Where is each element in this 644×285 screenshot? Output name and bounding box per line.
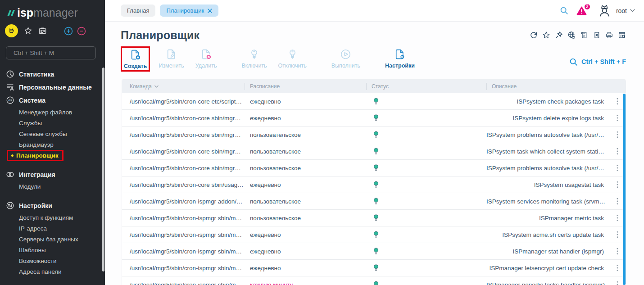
row-menu-icon[interactable]: [617, 115, 618, 122]
ispmanager-logo[interactable]: ispmanager: [6, 6, 78, 19]
sort-chevron-icon: [154, 85, 159, 88]
row-menu-icon[interactable]: [617, 231, 618, 238]
quick-action-icon[interactable]: [567, 31, 576, 39]
table-row[interactable]: /usr/local/mgr5/sbin/cron-core sbin/mgr……: [122, 160, 626, 176]
user-avatar-icon[interactable]: [598, 4, 612, 17]
sidebar-item[interactable]: Персональные данные: [0, 81, 105, 94]
table-row[interactable]: /usr/local/mgr5/sbin/cron-ispmgr sbin/m……: [122, 210, 626, 226]
cell-description: ISPmanager metric task: [486, 215, 626, 222]
table-row[interactable]: /usr/local/mgr5/sbin/cron-ispmgr addon/……: [122, 193, 626, 210]
table-row[interactable]: /usr/local/mgr5/sbin/cron-core sbin/mgr……: [122, 143, 626, 160]
sidebar-item[interactable]: Адреса панели: [0, 266, 105, 277]
column-header-status[interactable]: Статус: [366, 80, 486, 93]
table-row[interactable]: /usr/local/mgr5/sbin/cron-core sbin/mgr……: [122, 127, 626, 143]
cell-description: ISPsystem check packages task: [486, 98, 626, 105]
idcard-icon[interactable]: [38, 27, 47, 35]
sidebar-item[interactable]: Менеджер файлов: [0, 107, 105, 118]
quick-action-icon[interactable]: [555, 31, 563, 39]
sidebar-item[interactable]: Службы: [0, 118, 105, 128]
remove-circle-icon[interactable]: [77, 27, 86, 36]
row-menu-icon[interactable]: [617, 281, 618, 285]
toolbar-button[interactable]: Отключить: [276, 46, 309, 71]
search-icon[interactable]: [560, 6, 568, 15]
row-menu-icon[interactable]: [617, 148, 618, 155]
column-header-schedule[interactable]: Расписание: [245, 80, 366, 93]
table-row[interactable]: /usr/local/mgr5/sbin/cron-core sbin/usag…: [122, 176, 626, 193]
table-row[interactable]: /usr/local/mgr5/sbin/cron-ispmgr sbin/m……: [122, 260, 626, 276]
sidebar-item[interactable]: Планировщик: [0, 150, 105, 161]
favorites-star-icon[interactable]: [24, 27, 32, 35]
sidebar-item[interactable]: Настройки: [0, 199, 105, 212]
table-row[interactable]: /usr/local/mgr5/sbin/cron-ispmgr sbin/m……: [122, 276, 626, 285]
cell-description: ISPmanager periodic tasks handler (ispmg…: [486, 281, 626, 285]
sidebar-search-input[interactable]: Ctrl + Shift + M: [6, 46, 96, 59]
sidebar-item[interactable]: Брандмауэр: [0, 139, 105, 150]
table-row[interactable]: /usr/local/mgr5/sbin/cron-core etc/scrip…: [122, 93, 626, 110]
sidebar-item-label: Система: [19, 97, 45, 104]
sidebar-item[interactable]: os Система: [0, 94, 105, 107]
row-menu-icon[interactable]: [617, 215, 618, 222]
row-menu-icon[interactable]: [617, 265, 618, 271]
sidebar-item-label: Менеджер файлов: [19, 109, 72, 116]
status-bulb-icon: [373, 114, 379, 122]
tab-close-icon[interactable]: [208, 9, 212, 13]
sidebar-item-label: Персональные данные: [19, 84, 92, 91]
topbar: Главная Планировщик 2 root: [105, 0, 644, 22]
sidebar-item[interactable]: Серверы баз данных: [0, 234, 105, 244]
tree-icon: [8, 27, 15, 35]
quick-action-icon[interactable]: [593, 31, 601, 39]
sidebar-item-label: IP-адреса: [19, 225, 47, 232]
sidebar-item-label: Планировщик: [7, 150, 63, 161]
menu-tree-button[interactable]: [5, 24, 18, 37]
quick-action-icon[interactable]: [618, 31, 626, 39]
table-search-button[interactable]: Ctrl + Shift + F: [569, 58, 626, 66]
row-menu-icon[interactable]: [617, 248, 618, 255]
toolbar-button[interactable]: Создать: [121, 46, 150, 72]
table-row[interactable]: /usr/local/mgr5/sbin/cron-ispmgr sbin/m……: [122, 226, 626, 243]
sidebar-item-label: Службы: [19, 120, 42, 127]
sidebar-item[interactable]: Возможности: [0, 255, 105, 266]
chevron-down-icon[interactable]: [630, 9, 635, 12]
sidebar-item[interactable]: Доступ к функциям: [0, 212, 105, 223]
quick-action-icon[interactable]: [605, 31, 613, 39]
sidebar-item[interactable]: IP-адреса: [0, 223, 105, 234]
row-menu-icon[interactable]: [617, 181, 618, 188]
row-menu-icon[interactable]: [617, 198, 618, 205]
sidebar-item[interactable]: Шаблоны: [0, 244, 105, 255]
add-circle-icon[interactable]: [64, 27, 73, 36]
status-bulb-icon: [373, 148, 379, 155]
column-header-description[interactable]: Описание: [486, 80, 626, 93]
toolbar-button[interactable]: Включить: [239, 46, 270, 71]
sidebar-item[interactable]: Интеграция: [0, 168, 105, 181]
quick-action-icon[interactable]: [542, 31, 550, 39]
toolbar-button-icon: [394, 48, 406, 60]
row-menu-icon[interactable]: [617, 98, 618, 105]
cell-command: /usr/local/mgr5/sbin/cron-ispmgr sbin/m…: [122, 281, 245, 285]
sidebar-item[interactable]: Модули: [0, 181, 105, 192]
quick-action-icon[interactable]: [530, 31, 538, 39]
cell-schedule: пользовательское: [245, 215, 366, 222]
toolbar-button[interactable]: Изменить: [156, 46, 186, 71]
notifications-button[interactable]: 2: [576, 6, 587, 15]
sidebar-scrollbar[interactable]: [102, 68, 104, 271]
column-header-command[interactable]: Команда: [122, 80, 245, 93]
status-bulb-icon: [373, 231, 379, 239]
toolbar-button[interactable]: Удалить: [193, 46, 220, 71]
cell-description: ISPmanager letsencrypt cert update check: [486, 265, 626, 271]
tab[interactable]: Планировщик: [160, 5, 218, 17]
sidebar-item[interactable]: Сетевые службы: [0, 128, 105, 139]
row-menu-icon[interactable]: [617, 165, 618, 172]
table-row[interactable]: /usr/local/mgr5/sbin/cron-core sbin/mgr……: [122, 110, 626, 127]
user-menu[interactable]: root: [616, 7, 627, 14]
tab[interactable]: Главная: [121, 5, 155, 17]
row-menu-icon[interactable]: [617, 131, 618, 138]
table-scrollbar[interactable]: [623, 94, 626, 285]
svg-text:os: os: [8, 99, 12, 102]
sidebar-nav: Статистика Персональные данные os Систем…: [0, 68, 105, 277]
cell-command: /usr/local/mgr5/sbin/cron-ispmgr sbin/m…: [122, 248, 245, 255]
table-row[interactable]: /usr/local/mgr5/sbin/cron-ispmgr sbin/m……: [122, 243, 626, 260]
toolbar-button[interactable]: Настройки: [382, 46, 417, 71]
quick-action-icon[interactable]: [580, 31, 588, 39]
sidebar-item[interactable]: Статистика: [0, 68, 105, 81]
toolbar-button[interactable]: Выполнить: [329, 46, 363, 71]
